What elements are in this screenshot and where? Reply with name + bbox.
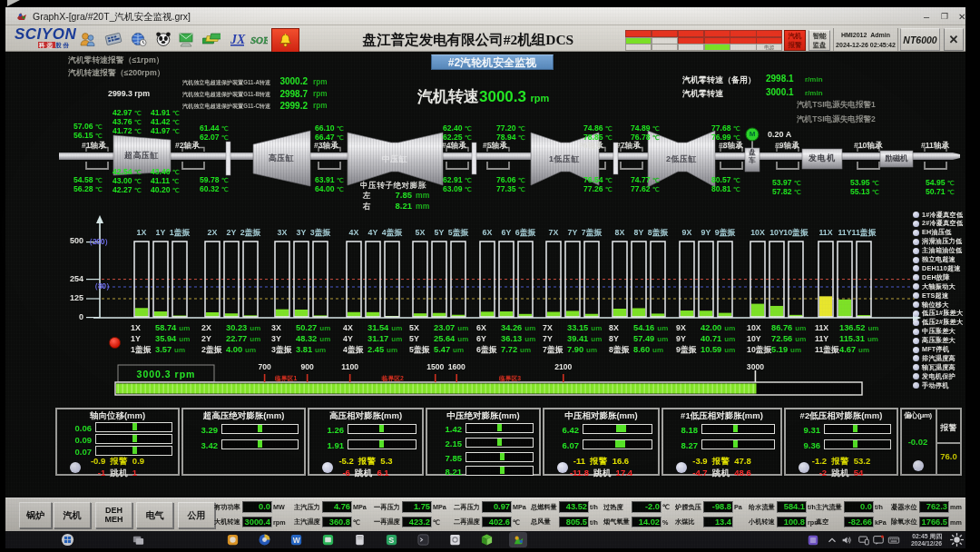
field-label: 有功功率 [214,503,240,512]
vibration-bar-label: 9盖振 [710,228,740,239]
alarm-matrix-cell-2-1[interactable] [652,44,678,51]
taskbar-clock[interactable]: 02:45 周四2024/12/26 [900,533,942,547]
chevron-up-tray-button[interactable] [824,533,839,547]
vibration-value-row-span: um [315,346,326,354]
cube-app-taskbar-button[interactable] [477,532,495,547]
temp-value-span: ℃ [172,119,180,125]
alarm-matrix-cell-2-3[interactable] [704,44,730,51]
vibration-value-row-span: um [591,335,602,343]
vibration-bar-fill [632,308,645,317]
bezel-right [965,0,980,552]
alarm-matrix-cell-2-5[interactable]: 电源 [756,44,782,51]
photo-glare-artifact [7,0,20,6]
alarm-lamp [913,329,919,335]
panel-status-lamp [913,460,924,471]
nav-button-2[interactable]: 汽机 [54,502,91,528]
cards-icon [202,30,220,48]
temp-block: 63.91 ℃64.00 ℃ [315,176,344,194]
temp-value-span: ℃ [733,177,740,183]
panel-title: 中压相对膨胀(mm) [544,410,658,422]
users-button[interactable] [75,28,99,50]
start-taskbar-button[interactable] [58,532,76,547]
field-label: 主汽温度 [294,518,320,527]
panel-bar [466,452,534,462]
nav-button-4[interactable]: 电气 [136,502,173,528]
panda-button[interactable] [152,28,175,50]
temp-value-span: ℃ [605,125,612,132]
mail-send-button[interactable] [174,28,198,50]
vibration-value-row-span: 72.56 [771,334,792,343]
browser-icon-circle [262,537,267,542]
vibration-value-row-span: 7盖振 [543,345,567,356]
field-value: 423.2 [402,517,432,528]
temp-value-span: ℃ [134,187,142,193]
trip-label: 跳机 [831,468,848,478]
wps-taskbar-button[interactable]: W [287,532,305,547]
panel-value: 9.31 [788,425,820,435]
trip-label: 跳机 [355,468,372,478]
rotor-expansion-side: 右 [363,202,371,212]
alarm-matrix-cell-2-2[interactable] [678,44,704,51]
app-icon-svg-path [17,13,26,20]
temp-value-span: ℃ [733,186,740,192]
vibration-value-row-span: 9X [676,323,701,332]
turbine-alarm-button[interactable]: 汽机报警 [784,30,806,51]
field-unit: ℃ [433,518,440,527]
settings-taskbar-button[interactable] [446,532,464,547]
terminal-taskbar-button[interactable] [414,532,432,547]
alarm-bell-button[interactable] [271,28,299,53]
field-unit: t/h [875,503,883,511]
browser-taskbar-button[interactable] [255,532,273,547]
widget-purple-tray-button[interactable] [805,533,820,547]
restore-button[interactable]: ❐ [941,12,948,22]
notes-icon [353,533,367,547]
alarm-matrix-cell-2-4[interactable] [730,44,756,51]
soe-button[interactable]: SOE [247,28,270,50]
temp-value-span: ℃ [465,186,472,192]
bearing-label: #8轴承 [719,141,743,152]
cylinder-label: 1低压缸 [537,153,592,165]
orange-app-taskbar-button[interactable] [223,532,241,547]
keyboard-tray-button[interactable] [886,533,901,547]
alarm-label: 报警 [712,456,730,466]
field-label: 凝器水位 [891,503,917,512]
field-unit: t/h [808,503,816,511]
vibration-value-row-span: 35.94 [155,334,176,343]
field-value: 14.02 [632,517,662,528]
cards-button[interactable] [200,28,223,50]
speaker-tray-button[interactable] [838,533,854,547]
vibration-value-row-span: 7.90 [567,345,583,354]
status-field: 二再温度402.6℃ [454,517,520,528]
calculator-button[interactable] [102,28,125,50]
panel-status-lamp [322,462,333,473]
mail-green-taskbar-button[interactable] [318,532,337,547]
vibration-value-row: 1盖振3.57um [131,345,185,356]
vibration-value-row: 7盖振7.90um [543,345,597,356]
smart-monitor-button[interactable]: 智能监盘 [808,30,830,51]
display-tray-button[interactable] [856,533,871,547]
graphx-active-taskbar-button[interactable] [509,532,527,547]
vibration-value-row: 10X86.76um [747,323,806,332]
vibration-bar-outline [632,242,646,317]
soe-icon: SOE [250,30,268,48]
vibration-bar-fill [838,300,851,317]
panel-bar [701,439,775,449]
s-app-taskbar-button[interactable]: S [382,532,400,547]
alarm-matrix-cell-2-0[interactable] [625,44,652,51]
globe-button[interactable] [127,28,151,50]
status-field: 二再压力0.97MPa [454,501,526,513]
vibration-value-row: 8Y57.49um [609,334,668,343]
temp-value: 50.71 ℃ [926,188,955,197]
alarm-item-label: 独立电超速 [922,255,956,264]
nav-button-1[interactable]: 锅炉 [19,502,52,528]
notes-taskbar-button[interactable] [350,532,368,547]
chat-tray-button[interactable] [870,533,886,547]
dcs-close-button[interactable]: ✕ [944,28,964,51]
nav-button-3[interactable]: DEHMEH [95,502,132,528]
taskview-taskbar-button[interactable] [129,532,147,547]
vibration-bar-fill [348,312,360,317]
nav-button-5[interactable]: 公用 [178,502,215,528]
minimize-button[interactable]: – [924,12,929,22]
rotor-expansion-side: 左 [363,191,371,202]
vibration-value-row-span: um [457,335,468,343]
